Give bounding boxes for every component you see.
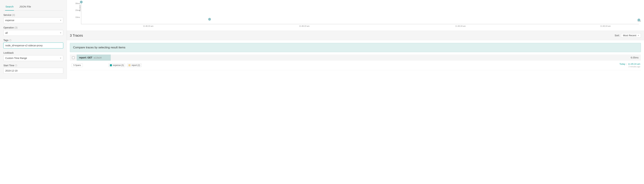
lookback-label: Lookback [4, 52, 63, 54]
operation-label-text: Operation [4, 26, 14, 29]
data-point[interactable] [80, 1, 83, 4]
operation-label: Operation (3) [4, 26, 63, 29]
data-point[interactable] [208, 18, 211, 20]
results-heading: 3 Traces [70, 34, 83, 38]
trace-clock: 11:45:24 am [628, 63, 640, 65]
chevron-down-icon [60, 20, 61, 21]
main-content: Duration Time 10ms20ms30ms11:45:23 am11:… [67, 0, 644, 79]
operation-value: all [5, 32, 8, 34]
trace-row: report: GET a118a34 6.05ms 5 Spans expen… [70, 54, 641, 70]
tags-label: Tags ? [4, 39, 63, 42]
lookback-field: Lookback Custom Time Range [4, 52, 63, 61]
service-value: expense [5, 19, 14, 22]
operation-select[interactable]: all [4, 30, 63, 36]
sort-value: Most Recent [623, 34, 636, 37]
chart-area: Duration Time 10ms20ms30ms11:45:23 am11:… [67, 0, 644, 31]
trace-meta: 5 Spans expense (3)report (2) Today|11:4… [70, 61, 641, 70]
trace-head: report: GET a118a34 6.05ms [70, 54, 641, 61]
tags-label-text: Tags [4, 39, 8, 42]
service-swatch [110, 64, 112, 66]
trace-today: Today [620, 63, 626, 65]
help-icon[interactable]: ? [9, 39, 12, 42]
compare-banner: Compare traces by selecting result items [70, 43, 641, 52]
trace-checkbox-wrap [70, 54, 77, 61]
data-point[interactable] [638, 18, 640, 21]
duration-chart: Duration Time 10ms20ms30ms11:45:23 am11:… [70, 1, 641, 29]
sort-group: Sort: Most Recent [615, 33, 641, 38]
service-swatch [128, 64, 130, 66]
search-sidebar: Search JSON File Service (3) expense Ope… [0, 0, 67, 79]
service-tag: report (2) [127, 64, 142, 67]
service-tag-label: report (2) [132, 64, 140, 66]
tab-json-file[interactable]: JSON File [19, 4, 31, 10]
results-header: 3 Traces Sort: Most Recent [67, 31, 644, 40]
lookback-select[interactable]: Custom Time Range [4, 55, 63, 61]
x-tick: 11:45:23 am [299, 25, 310, 27]
sort-select[interactable]: Most Recent [621, 33, 641, 38]
start-time-label: Start Time ? [4, 64, 63, 67]
y-tick: 20ms [73, 9, 80, 11]
sort-label: Sort: [615, 34, 620, 37]
tab-search[interactable]: Search [5, 4, 14, 10]
service-field: Service (3) expense [4, 14, 63, 23]
tags-field: Tags ? node_id=expense-v2-sidecar-proxy [4, 39, 63, 48]
trace-duration: 6.05ms [628, 54, 641, 61]
x-tick: 11:45:24 am [455, 25, 466, 27]
trace-ago: 2 minutes ago [620, 66, 640, 68]
chevron-down-icon [638, 35, 639, 36]
x-tick: 11:45:24 am [600, 25, 610, 27]
trace-title-wrap[interactable]: report: GET a118a34 [77, 54, 111, 61]
start-time-field: Start Time ? 2019-12-19 [4, 64, 63, 74]
service-tag-label: expense (3) [113, 64, 124, 66]
help-icon[interactable]: ? [15, 64, 17, 66]
service-tag: expense (3) [108, 64, 125, 67]
y-tick: 30ms [73, 2, 80, 4]
trace-title: report: GET [79, 56, 92, 59]
start-time-label-text: Start Time [4, 64, 14, 67]
separator: | [625, 63, 628, 65]
trace-checkbox[interactable] [72, 56, 74, 59]
trace-time: Today|11:45:24 am 2 minutes ago [620, 63, 641, 68]
lookback-value: Custom Time Range [5, 57, 27, 60]
chevron-down-icon [60, 58, 61, 58]
lookback-label-text: Lookback [4, 52, 14, 54]
service-label: Service (3) [4, 14, 63, 16]
spans-badge: 5 Spans [72, 64, 83, 67]
start-time-input[interactable]: 2019-12-19 [4, 68, 63, 74]
operation-count: (3) [14, 26, 18, 29]
sidebar-tabs: Search JSON File [4, 2, 63, 10]
x-tick: 11:45:23 am [143, 25, 153, 27]
service-label-text: Service [4, 14, 12, 16]
trace-id: a118a34 [94, 56, 102, 59]
service-tags: expense (3)report (2) [108, 64, 142, 67]
service-count: (3) [12, 14, 15, 16]
chart-plot: 10ms20ms30ms11:45:23 am11:45:23 am11:45:… [81, 2, 639, 24]
tags-input[interactable]: node_id=expense-v2-sidecar-proxy [4, 42, 63, 48]
service-select[interactable]: expense [4, 18, 63, 23]
chevron-down-icon [60, 32, 61, 34]
y-tick: 10ms [73, 16, 80, 18]
operation-field: Operation (3) all [4, 26, 63, 36]
